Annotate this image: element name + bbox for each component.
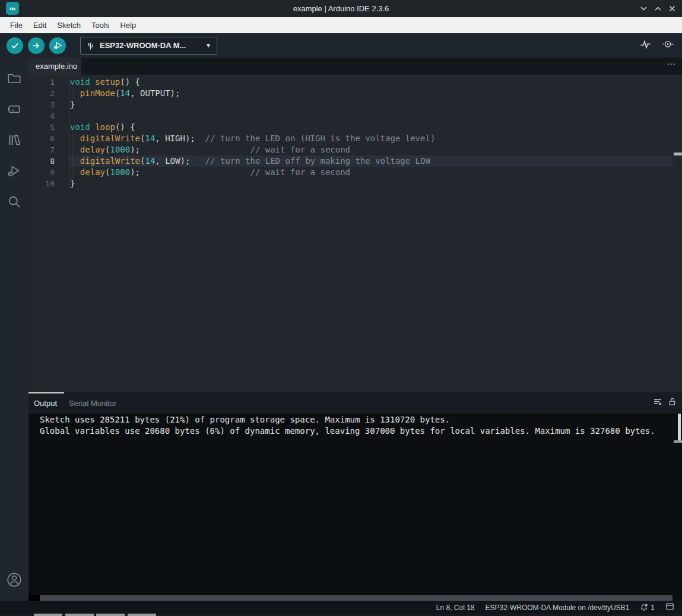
bell-icon bbox=[640, 603, 648, 612]
sidebar-item-debug[interactable] bbox=[0, 155, 28, 186]
toggle-panel-icon[interactable] bbox=[665, 602, 674, 613]
close-icon[interactable] bbox=[668, 5, 676, 12]
code-line[interactable]: 4 bbox=[28, 110, 682, 122]
sidebar-item-boards-manager[interactable] bbox=[0, 94, 28, 125]
line-number[interactable]: 3 bbox=[28, 99, 69, 110]
menu-sketch[interactable]: Sketch bbox=[52, 21, 86, 30]
books-icon bbox=[7, 132, 22, 148]
menu-tools[interactable]: Tools bbox=[86, 21, 115, 30]
serial-plotter-icon[interactable] bbox=[640, 39, 651, 52]
toolbar: ESP32-WROOM-DA M... ▼ bbox=[0, 33, 682, 58]
code-line[interactable]: 5void loop() { bbox=[28, 122, 682, 133]
sidebar-item-sketchbook[interactable] bbox=[0, 63, 28, 94]
token-cm: // wait for a second bbox=[250, 167, 350, 177]
code-line[interactable]: 9 delay(1000); // wait for a second bbox=[28, 167, 682, 178]
serial-monitor-icon[interactable] bbox=[662, 39, 674, 52]
status-bar: Ln 8, Col 18 ESP32-WROOM-DA Module on /d… bbox=[0, 601, 682, 614]
line-number[interactable]: 2 bbox=[28, 88, 69, 99]
usb-icon bbox=[86, 41, 95, 50]
window-title: example | Arduino IDE 2.3.6 bbox=[0, 4, 682, 13]
output-scrollbar-marker bbox=[674, 440, 682, 443]
token-pl: ); bbox=[130, 145, 250, 154]
line-number[interactable]: 9 bbox=[28, 167, 69, 178]
code-line[interactable]: 3} bbox=[28, 99, 682, 110]
code-editor[interactable]: 1void setup() {2 pinMode(14, OUTPUT);3}4… bbox=[28, 75, 682, 392]
code-line[interactable]: 7 delay(1000); // wait for a second bbox=[28, 144, 682, 155]
board-icon bbox=[7, 101, 22, 117]
code-text: digitalWrite(14, LOW); // turn the LED o… bbox=[69, 155, 673, 167]
token-fn: digitalWrite bbox=[80, 156, 140, 166]
code-text bbox=[69, 110, 673, 122]
line-number[interactable]: 4 bbox=[28, 110, 69, 122]
code-text: } bbox=[69, 178, 673, 189]
indent-guide bbox=[72, 144, 72, 155]
line-number[interactable]: 1 bbox=[28, 77, 69, 88]
taskbar-button[interactable] bbox=[96, 614, 125, 616]
line-number[interactable]: 7 bbox=[28, 144, 69, 155]
token-num: 14 bbox=[145, 156, 155, 166]
token-cm: // turn the LED on (HIGH is the voltage … bbox=[205, 134, 436, 143]
taskbar-button[interactable] bbox=[128, 614, 156, 616]
indent-guide bbox=[72, 155, 72, 167]
token-pl bbox=[90, 122, 95, 132]
menu-edit[interactable]: Edit bbox=[28, 21, 52, 30]
code-text: digitalWrite(14, HIGH); // turn the LED … bbox=[69, 133, 673, 144]
horizontal-scrollbar-thumb[interactable] bbox=[40, 595, 673, 601]
sidebar-item-account[interactable] bbox=[0, 564, 28, 595]
code-text: pinMode(14, OUTPUT); bbox=[69, 88, 673, 99]
tab-output[interactable]: Output bbox=[34, 399, 57, 408]
code-line[interactable]: 6 digitalWrite(14, HIGH); // turn the LE… bbox=[28, 133, 682, 144]
line-number[interactable]: 10 bbox=[28, 178, 69, 189]
sidebar-item-library-manager[interactable] bbox=[0, 125, 28, 155]
token-num: 14 bbox=[120, 88, 130, 98]
bottom-panel-header: Output Serial Monitor bbox=[28, 392, 682, 414]
line-number[interactable]: 5 bbox=[28, 122, 69, 133]
output-line: Global variables use 20680 bytes (6%) of… bbox=[40, 426, 682, 437]
upload-button[interactable] bbox=[28, 37, 45, 54]
editor-scrollbar-marker[interactable] bbox=[674, 153, 682, 155]
code-lines: 1void setup() {2 pinMode(14, OUTPUT);3}4… bbox=[28, 77, 682, 189]
code-line[interactable]: 2 pinMode(14, OUTPUT); bbox=[28, 88, 682, 99]
token-pl: () { bbox=[120, 77, 140, 87]
menu-help[interactable]: Help bbox=[115, 21, 141, 30]
taskbar-button[interactable] bbox=[34, 614, 62, 616]
output-console[interactable]: Sketch uses 285211 bytes (21%) of progra… bbox=[28, 414, 682, 595]
token-num: 1000 bbox=[110, 145, 130, 154]
minimize-icon[interactable] bbox=[640, 5, 648, 12]
line-number[interactable]: 6 bbox=[28, 133, 69, 144]
notifications-button[interactable]: 1 bbox=[640, 603, 655, 612]
menu-file[interactable]: File bbox=[5, 21, 28, 30]
more-actions-icon[interactable]: ⋯ bbox=[667, 59, 676, 69]
chevron-down-icon: ▼ bbox=[205, 42, 211, 49]
code-line[interactable]: 1void setup() { bbox=[28, 77, 682, 88]
code-line[interactable]: 10} bbox=[28, 178, 682, 189]
code-text: } bbox=[69, 99, 673, 110]
token-pl: , OUTPUT); bbox=[130, 88, 180, 98]
token-pl: } bbox=[70, 100, 75, 109]
output-vertical-scrollbar[interactable] bbox=[678, 414, 681, 442]
cursor-position[interactable]: Ln 8, Col 18 bbox=[436, 604, 475, 612]
line-number[interactable]: 8 bbox=[28, 155, 69, 167]
verify-button[interactable] bbox=[7, 37, 23, 54]
debug-button[interactable] bbox=[49, 37, 66, 54]
tab-example-ino[interactable]: example.ino bbox=[28, 58, 81, 75]
indent-guide bbox=[72, 133, 72, 144]
maximize-icon[interactable] bbox=[654, 5, 662, 12]
output-horizontal-scrollbar[interactable] bbox=[28, 595, 682, 601]
clear-output-icon[interactable] bbox=[653, 397, 662, 409]
active-panel-tab-indicator bbox=[28, 392, 64, 393]
tab-serial-monitor[interactable]: Serial Monitor bbox=[69, 399, 116, 408]
token-pl: () { bbox=[115, 122, 135, 132]
debug-icon bbox=[7, 163, 22, 179]
scrollbar-corner bbox=[28, 595, 40, 601]
lock-open-icon[interactable] bbox=[668, 397, 677, 409]
code-text: void loop() { bbox=[69, 122, 673, 133]
token-fn: setup bbox=[95, 77, 120, 87]
taskbar-button[interactable] bbox=[65, 614, 94, 616]
sidebar-item-search[interactable] bbox=[0, 186, 28, 217]
menu-bar: File Edit Sketch Tools Help bbox=[0, 17, 682, 33]
code-line[interactable]: 8 digitalWrite(14, LOW); // turn the LED… bbox=[28, 155, 682, 167]
board-selector[interactable]: ESP32-WROOM-DA M... ▼ bbox=[80, 37, 217, 55]
board-port-status[interactable]: ESP32-WROOM-DA Module on /dev/ttyUSB1 bbox=[486, 604, 630, 612]
notification-count: 1 bbox=[651, 604, 655, 612]
